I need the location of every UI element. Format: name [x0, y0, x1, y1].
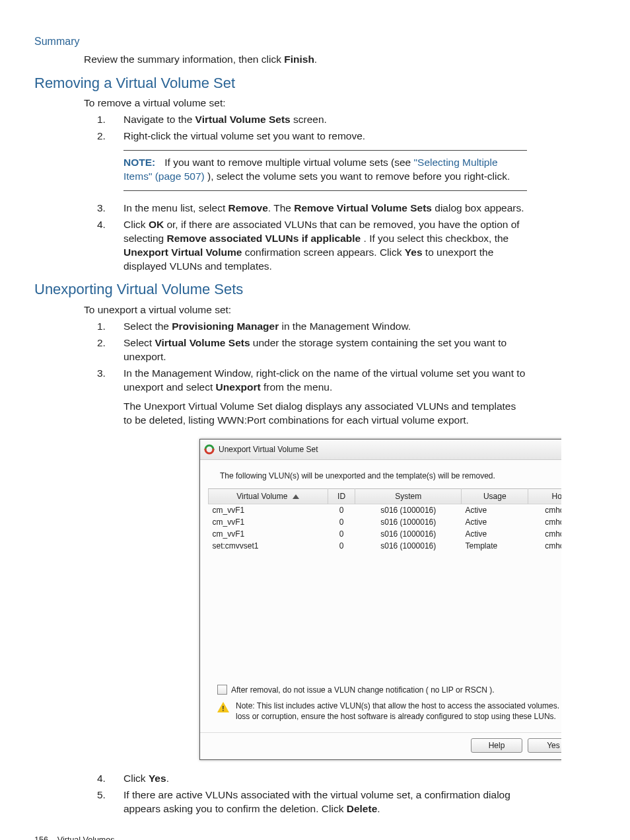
- step-number: 1.: [97, 113, 106, 127]
- removing-steps: 1. Navigate to the Virtual Volume Sets s…: [97, 113, 527, 273]
- text: Delete: [347, 803, 378, 814]
- page-number: 156: [34, 835, 48, 840]
- text: confirmation screen appears. Click: [242, 247, 404, 258]
- table-row[interactable]: cm_vvF1 0 s016 (1000016) Active cmhost1 …: [209, 504, 562, 516]
- text: ), select the volume sets you want to re…: [205, 171, 510, 182]
- col-host[interactable]: Host: [528, 488, 561, 504]
- text: Review the summary information, then cli…: [84, 54, 284, 65]
- text: in the Management Window.: [279, 321, 411, 332]
- unexport-dialog: Unexport Virtual Volume Set ✕ The follow…: [199, 439, 561, 760]
- text: .: [314, 54, 317, 65]
- text: Click: [123, 219, 149, 230]
- text: . The: [268, 202, 294, 213]
- text: Click: [123, 773, 149, 784]
- unexporting-steps: 1. Select the Provisioning Manager in th…: [97, 320, 527, 816]
- cell: cmhost1: [528, 516, 561, 528]
- checkbox[interactable]: [217, 685, 227, 695]
- cell: s016 (1000016): [355, 528, 462, 540]
- step-number: 4.: [97, 772, 106, 786]
- dialog-titlebar[interactable]: Unexport Virtual Volume Set ✕: [200, 439, 561, 460]
- note-label: NOTE:: [123, 157, 155, 168]
- dialog-title: Unexport Virtual Volume Set: [219, 444, 318, 455]
- cell: 0: [328, 528, 355, 540]
- text: Yes: [405, 247, 423, 258]
- dialog-description: The following VLUN(s) will be unexported…: [220, 471, 561, 481]
- col-virtual-volume[interactable]: Virtual Volume: [209, 488, 328, 504]
- text: Remove Virtual Volume Sets: [294, 202, 432, 213]
- col-usage[interactable]: Usage: [462, 488, 528, 504]
- cell: s016 (1000016): [355, 516, 462, 528]
- help-button[interactable]: Help: [471, 738, 522, 753]
- cell: Active: [462, 504, 528, 516]
- text: Virtual Volume Sets: [155, 337, 250, 348]
- text: Unexport: [216, 381, 261, 393]
- col-system[interactable]: System: [355, 488, 462, 504]
- text: Select the: [123, 321, 172, 332]
- cell: Template: [462, 540, 528, 552]
- text: Select: [123, 337, 155, 348]
- step-number: 4.: [97, 218, 106, 232]
- table-row[interactable]: set:cmvvset1 0 s016 (1000016) Template c…: [209, 540, 562, 552]
- table-row[interactable]: cm_vvF1 0 s016 (1000016) Active cmhost1 …: [209, 528, 562, 540]
- list-item: 5. If there are active VLUNs associated …: [97, 788, 527, 816]
- list-item: 2. Select Virtual Volume Sets under the …: [97, 336, 527, 364]
- heading-summary: Summary: [34, 34, 527, 49]
- text: If there are active VLUNs associated wit…: [123, 789, 510, 814]
- text: Unexport Virtual Volume: [123, 247, 242, 258]
- cell: cm_vvF1: [209, 504, 328, 516]
- text: dialog box appears.: [432, 202, 524, 213]
- text: . If you select this checkbox, the: [361, 233, 508, 244]
- cell: 0: [328, 540, 355, 552]
- summary-text: Review the summary information, then cli…: [84, 53, 527, 67]
- sort-ascending-icon: [293, 494, 299, 499]
- list-item: 4. Click OK or, if there are associated …: [97, 218, 527, 274]
- text: Finish: [284, 54, 314, 65]
- cell: cmhost1: [528, 540, 561, 552]
- step-number: 5.: [97, 788, 106, 802]
- text: screen.: [291, 114, 327, 125]
- text: OK: [149, 219, 164, 230]
- text: In the menu list, select: [123, 202, 228, 213]
- warning-icon: [217, 702, 229, 712]
- step-number: 3.: [97, 202, 106, 215]
- step-number: 2.: [97, 336, 106, 350]
- cell: cmhost1: [528, 504, 561, 516]
- cell: cm_vvF1: [209, 528, 328, 540]
- text: Virtual Volume Sets: [195, 114, 291, 125]
- text: Right-click the virtual volume set you w…: [123, 130, 365, 141]
- list-item: 2. Right-click the virtual volume set yo…: [97, 130, 527, 191]
- table-row[interactable]: cm_vvF1 0 s016 (1000016) Active cmhost1 …: [209, 516, 562, 528]
- note: NOTE:If you want to remove multiple virt…: [123, 150, 527, 191]
- cell: 0: [328, 516, 355, 528]
- list-item: 4. Click Yes.: [97, 772, 527, 786]
- warning-row: Note: This list includes active VLUN(s) …: [217, 701, 561, 722]
- notification-checkbox-row: After removal, do not issue a VLUN chang…: [217, 685, 561, 695]
- checkbox-label: After removal, do not issue a VLUN chang…: [231, 685, 495, 695]
- text: Provisioning Manager: [172, 321, 279, 332]
- page-footer: 156Virtual Volumes: [34, 835, 527, 840]
- app-icon: [204, 444, 215, 455]
- text: Yes: [149, 773, 166, 784]
- cell: set:cmvvset1: [209, 540, 328, 552]
- heading-removing: Removing a Virtual Volume Set: [34, 73, 527, 93]
- unexporting-intro: To unexport a virtual volume set:: [84, 303, 527, 317]
- text: If you want to remove multiple virtual v…: [164, 157, 413, 168]
- vlun-table: Virtual Volume ID System Usage Host Port…: [208, 488, 561, 679]
- cell: 0: [328, 504, 355, 516]
- list-item: 1. Select the Provisioning Manager in th…: [97, 320, 527, 334]
- cell: Active: [462, 516, 528, 528]
- cell: s016 (1000016): [355, 504, 462, 516]
- step-paragraph: The Unexport Virtual Volume Set dialog d…: [123, 400, 527, 428]
- warning-text: Note: This list includes active VLUN(s) …: [236, 701, 561, 722]
- removing-intro: To remove a virtual volume set:: [84, 96, 527, 110]
- cell: Active: [462, 528, 528, 540]
- text: .: [166, 773, 169, 784]
- col-id[interactable]: ID: [328, 488, 355, 504]
- yes-button[interactable]: Yes: [528, 738, 561, 753]
- cell: s016 (1000016): [355, 540, 462, 552]
- list-item: 3. In the Management Window, right-click…: [97, 367, 527, 761]
- section-name: Virtual Volumes: [57, 835, 115, 840]
- cell: cm_vvF1: [209, 516, 328, 528]
- text: Navigate to the: [123, 114, 195, 125]
- cell: cmhost1: [528, 528, 561, 540]
